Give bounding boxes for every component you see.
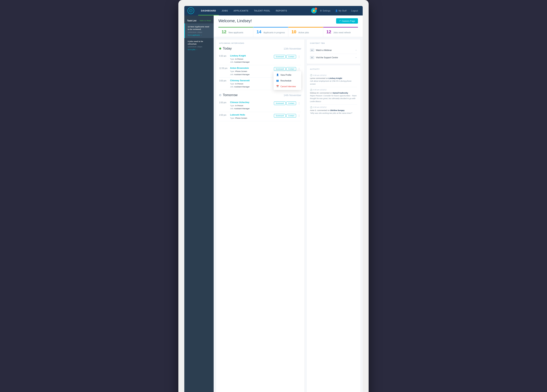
more-btn-1[interactable]: ⋮	[297, 67, 301, 71]
stat-label-0: New applicants	[228, 31, 243, 34]
contact-btn-4[interactable]: Contact	[286, 114, 296, 117]
sidebar: Task List Mark As Read 12 New Applicants…	[184, 15, 214, 392]
interviews-panel: UPCOMING INTERVIEWS Today 13th November	[216, 39, 304, 392]
dropdown-view-profile[interactable]: 👤 View Profile	[274, 72, 301, 78]
today-date: 13th November	[284, 47, 301, 50]
task-link-0[interactable]: Go to applicants →	[188, 34, 211, 36]
scorecard-btn-4[interactable]: Scorecard	[274, 114, 286, 117]
activity-panel: ACTIVITY 🕐 8:30 am 12/12/12 Lynne commen…	[307, 65, 360, 392]
stat-label-3: Jobs need refresh	[333, 31, 351, 34]
interview-name-1[interactable]: Anton Brownstein	[230, 67, 274, 69]
stats-row: 12 New applicants 14 Applicants in progr…	[219, 27, 358, 37]
support-icon: ▶	[310, 56, 314, 59]
my-stuff-link[interactable]: 👤 My Stuff	[334, 9, 348, 13]
interview-name-3[interactable]: Chineze Uchechey	[230, 101, 274, 103]
nav-right: 🔔 1 ⚙ Settings 👤 My Stuff Logout	[311, 8, 360, 14]
activity-meta-0: 🕐 8:30 am 12/12/12	[310, 74, 357, 76]
interview-meta-1: Type: Phone Screen Job: Assistant Manage…	[230, 70, 274, 76]
scorecard-btn-3[interactable]: Scorecard	[274, 102, 286, 105]
stat-applicants-progress[interactable]: 14 Applicants in progress	[253, 27, 288, 37]
interview-actions-4: Scorecard Contact ⋮	[274, 114, 301, 118]
scorecard-btn-0[interactable]: Scorecard	[274, 55, 286, 58]
notifications-bell[interactable]: 🔔 1	[311, 8, 317, 14]
notification-badge: 1	[315, 7, 317, 10]
day-today-header: Today 13th November	[219, 47, 301, 50]
activity-item-0: 🕐 8:30 am 12/12/12 Lynne commented on Li…	[310, 73, 357, 87]
nav-talent-pool[interactable]: TALENT POOL	[251, 6, 273, 15]
interview-time-3: 2:00 pm	[219, 101, 230, 104]
task-item-0[interactable]: 12 New Applicants need to be reviewed. 1…	[184, 23, 214, 38]
sidebar-header: Task List Mark As Read	[184, 18, 214, 23]
nav-jobs[interactable]: JOBS	[219, 6, 231, 15]
contact-btn-1[interactable]: Contact	[286, 67, 296, 71]
interviews-section-title: UPCOMING INTERVIEWS	[219, 42, 301, 44]
interview-name-2[interactable]: Chinmay Sarasvati	[230, 79, 274, 82]
body-grid: UPCOMING INTERVIEWS Today 13th November	[214, 37, 363, 392]
interview-info-3: Chineze Uchechey Type: In Person Job: As…	[230, 101, 274, 110]
interview-actions-1: Scorecard Contact ⋮ 👤 View Profile	[274, 67, 301, 71]
stat-label-1: Applicants in progress	[263, 31, 285, 34]
dropdown-menu: 👤 View Profile 👥 Reschedule	[274, 71, 301, 90]
more-btn-0[interactable]: ⋮	[297, 55, 301, 59]
mark-as-read[interactable]: Mark As Read	[199, 20, 211, 22]
webinar-arrow: →	[355, 49, 357, 52]
stat-number-3: 12	[326, 29, 331, 34]
tomorrow-date: 14th November	[284, 94, 301, 97]
more-btn-3[interactable]: ⋮	[297, 101, 301, 105]
stat-jobs-refresh[interactable]: 12 Jobs need refresh	[323, 27, 358, 37]
interview-time-0: 9:30 am	[219, 55, 230, 57]
dropdown-reschedule[interactable]: 👥 Reschedule	[274, 78, 301, 83]
content-tbd-title: CONTENT TBD	[310, 42, 357, 44]
day-tomorrow-label: Tomorrow	[219, 93, 238, 97]
content-tbd-panel: CONTENT TBD ▶ Watch a Webinar → ▶	[307, 39, 360, 64]
nav-links: DASHBOARD JOBS APPLICANTS TALENT POOL RE…	[198, 6, 311, 15]
interview-info-1: Anton Brownstein Type: Phone Screen Job:…	[230, 67, 274, 76]
task-date-0: 12/20/2018 1:50pm	[188, 31, 211, 33]
interview-name-0[interactable]: Lindsey Knight	[230, 55, 274, 57]
activity-text-2: Anne S. commented on Shirline Dungey "Wh…	[310, 109, 357, 115]
interview-actions-3: Scorecard Contact ⋮	[274, 101, 301, 105]
contact-btn-0[interactable]: Contact	[286, 55, 296, 58]
day-today-label: Today	[219, 47, 232, 50]
task-item-1[interactable]: 5 jobs need to be refreshed. 12/20/2018 …	[184, 38, 214, 53]
logout-link[interactable]: Logout	[350, 9, 360, 13]
nav-dashboard[interactable]: DASHBOARD	[198, 6, 219, 15]
activity-meta-1: 🕐 8:30 am 12/12/12	[310, 89, 357, 91]
support-centre-link[interactable]: ▶ Visit the Support Centre →	[310, 54, 357, 61]
sidebar-title: Task List	[187, 20, 196, 22]
welcome-row: Welcome, Lindsey! ↗ Careers Page	[219, 18, 358, 24]
stat-number-0: 12	[222, 29, 226, 34]
interview-name-4[interactable]: Lubosek Hnilo	[230, 114, 274, 116]
today-dot	[219, 48, 221, 49]
more-btn-4[interactable]: ⋮	[297, 114, 301, 118]
interview-actions-0: Scorecard Contact ⋮	[274, 55, 301, 59]
interview-time-2: 3:00 pm	[219, 79, 230, 82]
logo[interactable]	[187, 7, 194, 14]
tomorrow-dot	[219, 94, 221, 96]
careers-page-button[interactable]: ↗ Careers Page	[336, 18, 358, 24]
support-arrow: →	[355, 56, 357, 59]
interview-row-0: 9:30 am Lindsey Knight Type: In Person J…	[219, 53, 301, 65]
nav-reports[interactable]: REPORTS	[273, 6, 290, 15]
right-panel: CONTENT TBD ▶ Watch a Webinar → ▶	[307, 39, 360, 392]
watch-webinar-link[interactable]: ▶ Watch a Webinar →	[310, 47, 357, 54]
interview-time-4: 2:00 pm	[219, 114, 230, 116]
task-link-1[interactable]: Go to jobs →	[188, 48, 211, 50]
interview-meta-3: Type: In Person Job: Assistant Manager	[230, 104, 274, 110]
contact-btn-3[interactable]: Contact	[286, 102, 296, 105]
stat-new-applicants[interactable]: 12 New applicants	[219, 27, 253, 37]
scorecard-btn-1[interactable]: Scorecard	[274, 67, 286, 71]
settings-link[interactable]: ⚙ Settings	[318, 9, 332, 13]
nav-bar: DASHBOARD JOBS APPLICANTS TALENT POOL RE…	[184, 6, 363, 15]
interview-info-4: Lubosek Hnilo Type: Phone Screen	[230, 114, 274, 119]
task-title-1: 5 jobs need to be refreshed.	[188, 40, 211, 45]
stat-active-jobs[interactable]: 10 Active jobs	[288, 27, 323, 37]
interview-meta-2: Type: In Person Job: Assistant Manager	[230, 82, 274, 88]
interview-meta-4: Type: Phone Screen	[230, 117, 274, 119]
day-today: Today 13th November 9:30 am Lindsey Knig…	[219, 47, 301, 90]
activity-title: ACTIVITY	[310, 68, 357, 70]
nav-applicants[interactable]: APPLICANTS	[231, 6, 251, 15]
dropdown-cancel-interview[interactable]: 📅 Cancel Interview	[274, 83, 301, 89]
task-date-1: 12/20/2018 1:50pm	[188, 46, 211, 48]
content-header: Welcome, Lindsey! ↗ Careers Page 12 New …	[214, 15, 363, 37]
